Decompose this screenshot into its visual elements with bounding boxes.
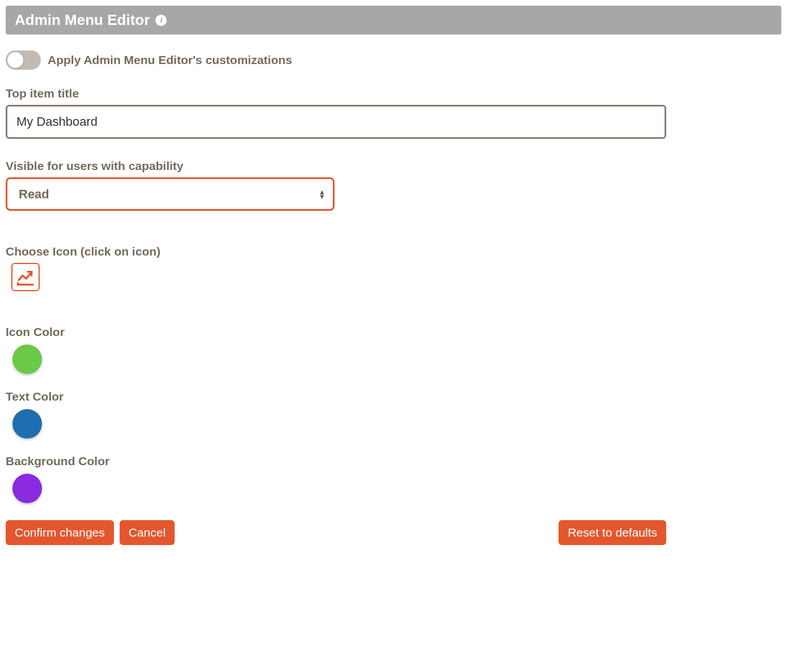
background-color-label: Background Color [6,454,781,468]
text-color-section: Text Color [6,390,781,439]
choose-icon-label: Choose Icon (click on icon) [6,245,781,258]
top-item-title-label: Top item title [6,87,781,100]
apply-customizations-row: Apply Admin Menu Editor's customizations [6,50,781,70]
icon-picker-button[interactable] [11,263,40,291]
header-bar: Admin Menu Editor i [6,6,781,35]
page-title: Admin Menu Editor [15,11,150,29]
icon-color-swatch[interactable] [12,344,42,374]
info-icon[interactable]: i [155,15,167,26]
toggle-knob [7,52,23,68]
background-color-section: Background Color [6,454,781,503]
button-row: Confirm changes Cancel Reset to defaults [6,520,666,545]
icon-color-label: Icon Color [6,325,781,339]
apply-customizations-label: Apply Admin Menu Editor's customizations [48,53,292,67]
apply-customizations-toggle[interactable] [6,50,41,70]
choose-icon-section: Choose Icon (click on icon) [6,245,781,291]
button-group-left: Confirm changes Cancel [6,520,175,545]
text-color-swatch[interactable] [12,409,42,439]
capability-select[interactable]: Read [6,177,335,211]
reset-button[interactable]: Reset to defaults [558,520,666,545]
capability-select-wrapper: Read ▲ ▼ [6,177,335,211]
chart-line-icon [16,268,35,286]
background-color-swatch[interactable] [12,474,42,503]
capability-label: Visible for users with capability [6,159,781,173]
confirm-button[interactable]: Confirm changes [6,520,114,545]
cancel-button[interactable]: Cancel [120,520,175,545]
icon-color-section: Icon Color [6,325,781,374]
text-color-label: Text Color [6,390,781,403]
top-item-title-input[interactable] [6,105,666,139]
